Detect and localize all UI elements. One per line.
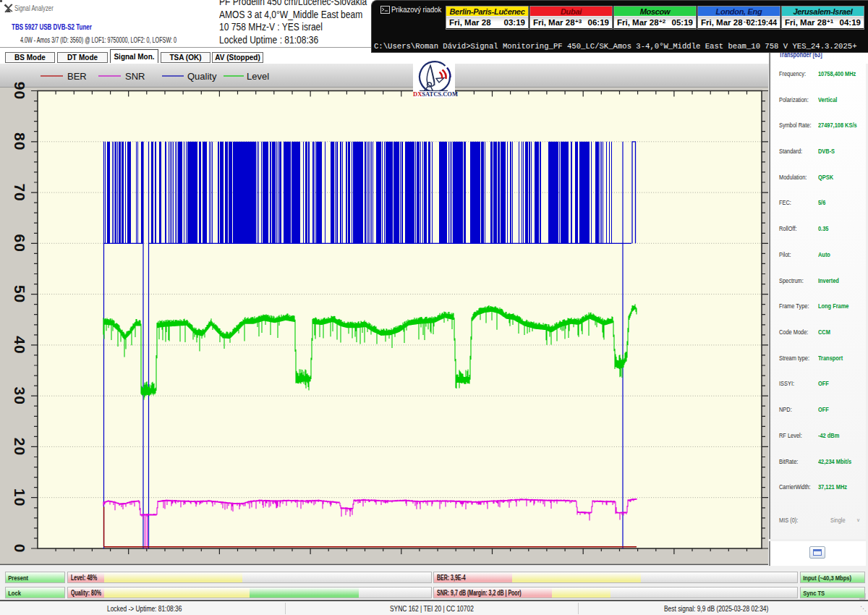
svg-text:SNR: SNR [125,71,145,82]
svg-text:Level: Level [247,71,269,82]
svg-text:40: 40 [12,336,28,354]
svg-text:Quality: Quality [187,71,217,82]
svg-text:20: 20 [12,438,28,456]
svg-text:60: 60 [12,234,28,253]
svg-text:70: 70 [12,183,28,201]
svg-text:90: 90 [12,82,28,100]
svg-text:50: 50 [12,285,28,303]
svg-text:10: 10 [12,488,28,506]
svg-text:BER: BER [67,71,87,82]
svg-text:30: 30 [12,387,28,405]
svg-text:0: 0 [12,544,28,554]
svg-text:80: 80 [12,132,28,150]
